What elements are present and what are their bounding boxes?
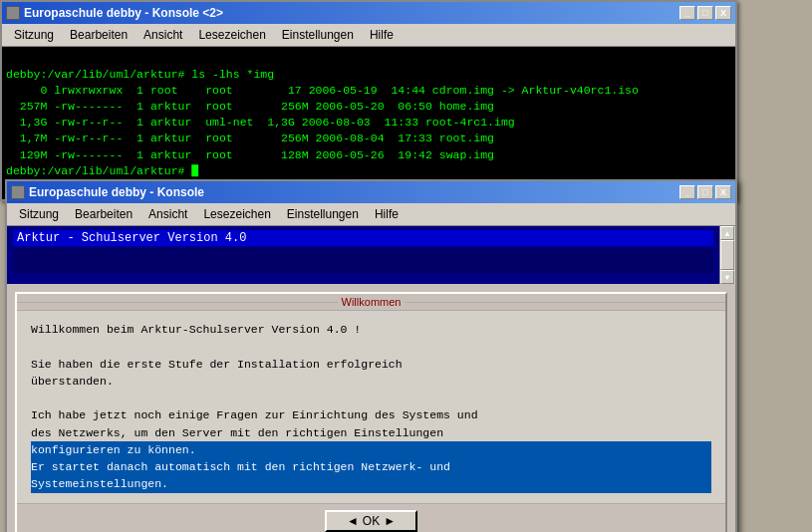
banner-line: Arktur - Schulserver Version 4.0 [13,230,713,246]
window2: Europaschule debby - Konsole _ □ X Sitzu… [5,179,737,532]
terminal-line-3: 1,3G -rw-r--r-- 1 arktur uml-net 1,3G 20… [6,116,515,129]
dialog-line-8-highlighted: Er startet danach automatisch mit den ri… [31,458,711,475]
window1-menubar: Sitzung Bearbeiten Ansicht Lesezeichen E… [2,24,735,47]
ok-arrow-left: ◄ [347,514,359,528]
dialog-line-5: Ich habe jetzt noch einige Fragen zur Ei… [31,406,711,423]
window1-menu-sitzung[interactable]: Sitzung [6,26,62,44]
scrollbar-thumb[interactable] [720,240,734,270]
dialog-box: Willkommen Willkommen beim Arktur-Schuls… [15,292,727,532]
window2-menu-hilfe[interactable]: Hilfe [367,205,406,223]
window2-minimize-button[interactable]: _ [679,185,695,199]
dialog-body: Willkommen beim Arktur-Schulserver Versi… [17,311,725,503]
window2-titlebar: Europaschule debby - Konsole _ □ X [7,181,735,203]
scrollbar-up-button[interactable]: ▲ [720,226,734,240]
dialog-line-9-highlighted: Systemeinstellungen. [31,475,711,492]
dialog-titlebar: Willkommen [17,294,725,311]
window2-menu-bearbeiten[interactable]: Bearbeiten [67,205,140,223]
window2-menu-sitzung[interactable]: Sitzung [11,205,67,223]
dialog-line-4 [31,390,711,406]
window1: Europaschule debby - Konsole <2> _ □ X S… [0,0,737,201]
terminal-line-6: debby:/var/lib/uml/arktur# █ [6,164,198,177]
window2-menubar: Sitzung Bearbeiten Ansicht Lesezeichen E… [7,203,735,226]
scrollbar-down-button[interactable]: ▼ [720,270,734,284]
dialog-line-7-highlighted: konfigurieren zu können. [31,441,711,458]
window2-close-button[interactable]: X [715,185,731,199]
dialog-footer: ◄ OK ► [17,503,725,533]
window1-titlebar: Europaschule debby - Konsole <2> _ □ X [2,2,735,24]
window2-maximize-button[interactable]: □ [697,185,713,199]
ok-arrow-right: ► [384,514,396,528]
terminal-line-2: 257M -rw------- 1 arktur root 256M 2006-… [6,100,494,113]
dialog-area: Willkommen Willkommen beim Arktur-Schuls… [7,284,735,532]
dialog-line-6: des Netzwerks, um den Server mit den ric… [31,424,711,441]
window1-menu-lesezeichen[interactable]: Lesezeichen [190,26,273,44]
dialog-line-0: Willkommen beim Arktur-Schulserver Versi… [31,321,711,338]
window1-minimize-button[interactable]: _ [679,6,695,20]
window2-menu-einstellungen[interactable]: Einstellungen [279,205,367,223]
window1-menu-hilfe[interactable]: Hilfe [362,26,402,44]
window1-title: Europaschule debby - Konsole <2> [24,6,223,20]
terminal-line-1: 0 lrwxrwxrwx 1 root root 17 2006-05-19 1… [6,84,639,97]
window1-menu-ansicht[interactable]: Ansicht [135,26,190,44]
window1-close-button[interactable]: X [715,6,731,20]
dialog-title: Willkommen [342,296,402,308]
terminal-line-4: 1,7M -rw-r--r-- 1 arktur root 256M 2006-… [6,132,494,144]
terminal-line-5: 129M -rw------- 1 arktur root 128M 2006-… [6,148,494,161]
window1-menu-bearbeiten[interactable]: Bearbeiten [62,26,135,44]
window1-terminal: debby:/var/lib/uml/arktur# ls -lhs *img … [2,47,735,199]
dialog-line-2: Sie haben die erste Stufe der Installati… [31,356,711,373]
ok-label: OK [363,514,380,528]
window1-menu-einstellungen[interactable]: Einstellungen [274,26,362,44]
window1-icon [6,6,20,20]
window2-title: Europaschule debby - Konsole [29,185,204,199]
window2-icon [11,185,25,199]
dialog-line-3: überstanden. [31,373,711,390]
window2-menu-lesezeichen[interactable]: Lesezeichen [195,205,278,223]
dialog-line-1 [31,338,711,355]
window2-menu-ansicht[interactable]: Ansicht [140,205,195,223]
scrollbar-track [720,240,734,270]
terminal-line-0: debby:/var/lib/uml/arktur# ls -lhs *img [6,68,274,81]
ok-button[interactable]: ◄ OK ► [325,510,417,532]
window1-maximize-button[interactable]: □ [697,6,713,20]
